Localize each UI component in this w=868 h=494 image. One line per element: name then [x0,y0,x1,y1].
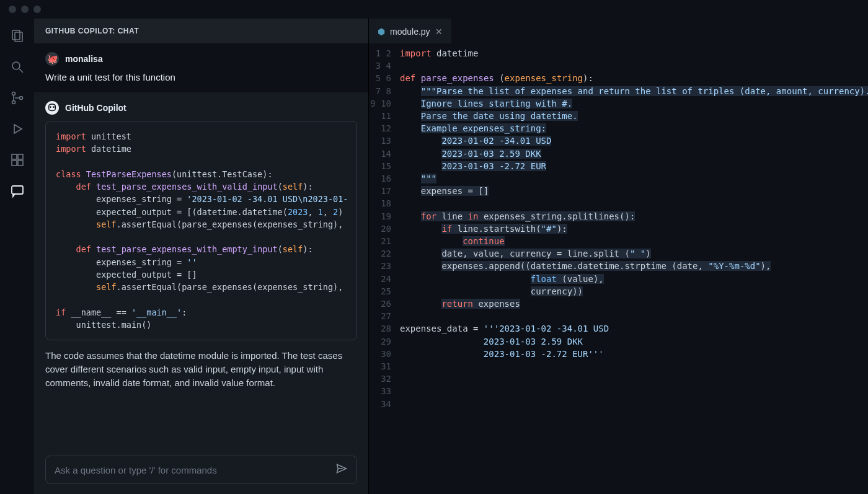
user-prompt: Write a unit test for this function [45,72,357,82]
svg-point-2 [12,62,20,69]
code-area[interactable]: import datetime def parse_expenses (expe… [400,47,868,494]
svg-rect-9 [12,161,17,165]
extensions-icon[interactable] [10,152,25,167]
line-numbers: 1 2 3 4 5 6 7 8 9 10 11 12 13 14 15 16 1… [369,47,400,494]
svg-point-14 [53,106,55,108]
svg-rect-10 [18,161,23,165]
svg-marker-7 [14,125,22,133]
svg-point-6 [19,97,22,100]
bot-reply: The code assumes that the datetime modul… [45,349,357,389]
source-control-icon[interactable] [10,90,25,105]
python-file-icon: ⬢ [378,27,385,37]
search-icon[interactable] [10,60,25,74]
chat-input-row [34,446,368,494]
chat-panel: GITHUB COPILOT: CHAT 🐙 monalisa Write a … [34,19,369,494]
bot-code-block[interactable]: import unittest import datetime class Te… [45,121,357,340]
user-name: monalisa [65,54,103,64]
bot-message: GitHub Copilot import unittest import da… [34,92,368,399]
chat-input[interactable] [45,456,357,484]
svg-point-13 [50,106,51,108]
main: GITHUB COPILOT: CHAT 🐙 monalisa Write a … [0,19,868,494]
svg-line-3 [19,69,23,73]
chat-input-field[interactable] [55,465,335,475]
tab-module-py[interactable]: ⬢ module.py ✕ [369,19,451,43]
run-debug-icon[interactable] [10,121,25,136]
minimize-dot[interactable] [21,6,29,13]
bot-name: GitHub Copilot [65,103,126,113]
chat-body[interactable]: 🐙 monalisa Write a unit test for this fu… [34,43,368,446]
chat-panel-title: GITHUB COPILOT: CHAT [34,19,368,43]
svg-point-4 [12,92,15,95]
svg-rect-12 [12,186,23,194]
close-dot[interactable] [9,6,16,13]
tab-label: module.py [390,27,430,37]
editor[interactable]: 1 2 3 4 5 6 7 8 9 10 11 12 13 14 15 16 1… [369,43,868,494]
activity-bar [0,19,34,494]
explorer-icon[interactable] [10,29,25,43]
user-message: 🐙 monalisa Write a unit test for this fu… [34,43,368,92]
send-icon[interactable] [335,462,348,477]
titlebar [0,0,868,19]
user-avatar-icon: 🐙 [45,52,59,66]
tab-close-icon[interactable]: ✕ [435,27,443,37]
chat-icon[interactable] [10,183,25,198]
editor-panel: ⬢ module.py ✕ 1 2 3 4 5 6 7 8 9 10 11 12… [369,19,868,494]
tabs: ⬢ module.py ✕ [369,19,868,43]
svg-rect-11 [18,154,23,159]
zoom-dot[interactable] [33,6,41,13]
copilot-avatar-icon [45,101,59,115]
window: GITHUB COPILOT: CHAT 🐙 monalisa Write a … [0,0,868,494]
svg-rect-8 [12,154,17,159]
svg-point-5 [12,101,15,104]
